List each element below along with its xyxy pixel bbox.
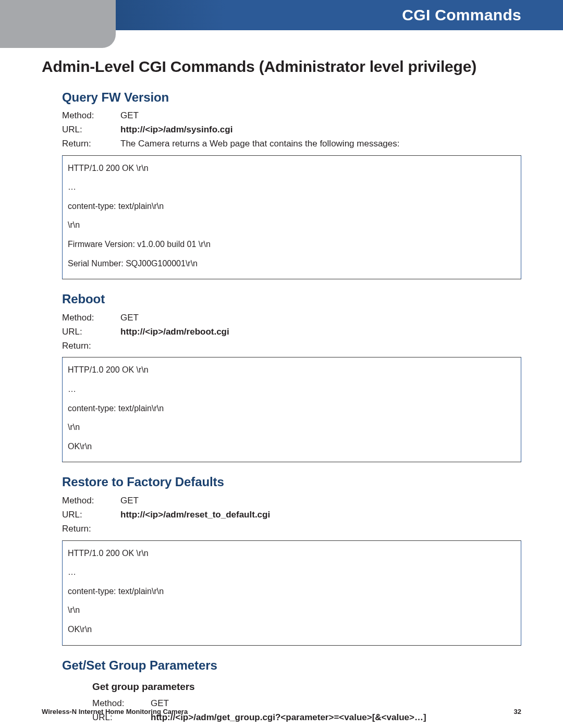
- value-method: GET: [120, 110, 521, 122]
- label-return: Return:: [62, 340, 120, 352]
- subsection-heading-get-group: Get group parameters: [92, 680, 521, 694]
- footer-page-number: 32: [514, 707, 521, 717]
- code-box-reboot: HTTP/1.0 200 OK \r\n … content-type: tex…: [62, 357, 521, 462]
- label-method: Method:: [62, 110, 120, 122]
- def-row: URL: http://<ip>/adm/reset_to_default.cg…: [62, 509, 521, 521]
- def-row: URL: http://<ip>/adm/sysinfo.cgi: [62, 124, 521, 136]
- label-method: Method:: [62, 495, 120, 507]
- label-url: URL:: [62, 124, 120, 136]
- value-method: GET: [120, 312, 521, 324]
- def-row: Return:: [62, 523, 521, 535]
- page-content: Admin-Level CGI Commands (Administrator …: [0, 30, 563, 724]
- code-line: HTTP/1.0 200 OK \r\n: [68, 548, 516, 559]
- code-line: Serial Number: SQJ00G100001\r\n: [68, 258, 516, 269]
- code-line: \r\n: [68, 422, 516, 433]
- def-row: Return:: [62, 340, 521, 352]
- label-method: Method:: [62, 312, 120, 324]
- value-return: [120, 340, 521, 352]
- value-url: http://<ip>/adm/sysinfo.cgi: [120, 124, 521, 136]
- section-heading-reboot: Reboot: [62, 291, 521, 307]
- value-url: http://<ip>/adm/reset_to_default.cgi: [120, 509, 521, 521]
- code-box-query-fw: HTTP/1.0 200 OK \r\n … content-type: tex…: [62, 155, 521, 280]
- section-heading-group-params: Get/Set Group Parameters: [62, 657, 521, 674]
- section-heading-query-fw: Query FW Version: [62, 89, 521, 106]
- page-footer: Wireless-N Internet Home Monitoring Came…: [42, 707, 521, 717]
- def-row: Method: GET: [62, 495, 521, 507]
- value-method: GET: [120, 495, 521, 507]
- page-title: Admin-Level CGI Commands (Administrator …: [42, 56, 521, 78]
- code-line: …: [68, 384, 516, 395]
- label-url: URL:: [62, 326, 120, 338]
- sidebar-gray-tab: [0, 0, 116, 48]
- code-line: …: [68, 181, 516, 193]
- def-row: URL: http://<ip>/adm/reboot.cgi: [62, 326, 521, 338]
- value-url: http://<ip>/adm/reboot.cgi: [120, 326, 521, 338]
- code-line: Firmware Version: v1.0.00 build 01 \r\n: [68, 239, 516, 250]
- code-line: HTTP/1.0 200 OK \r\n: [68, 163, 516, 174]
- code-box-restore: HTTP/1.0 200 OK \r\n … content-type: tex…: [62, 540, 521, 646]
- label-return: Return:: [62, 138, 120, 150]
- section-heading-restore: Restore to Factory Defaults: [62, 474, 521, 490]
- code-line: OK\r\n: [68, 441, 516, 452]
- code-line: HTTP/1.0 200 OK \r\n: [68, 364, 516, 376]
- value-return: [120, 523, 521, 535]
- label-return: Return:: [62, 523, 120, 535]
- code-line: \r\n: [68, 219, 516, 231]
- footer-left: Wireless-N Internet Home Monitoring Came…: [42, 707, 188, 717]
- header-title: CGI Commands: [402, 5, 521, 26]
- code-line: content-type: text/plain\r\n: [68, 586, 516, 597]
- code-line: OK\r\n: [68, 624, 516, 635]
- def-row: Method: GET: [62, 312, 521, 324]
- label-url: URL:: [62, 509, 120, 521]
- code-line: \r\n: [68, 604, 516, 616]
- code-line: …: [68, 566, 516, 578]
- code-line: content-type: text/plain\r\n: [68, 403, 516, 414]
- def-row: Return: The Camera returns a Web page th…: [62, 138, 521, 150]
- def-row: Method: GET: [62, 110, 521, 122]
- code-line: content-type: text/plain\r\n: [68, 201, 516, 212]
- value-return: The Camera returns a Web page that conta…: [120, 138, 521, 150]
